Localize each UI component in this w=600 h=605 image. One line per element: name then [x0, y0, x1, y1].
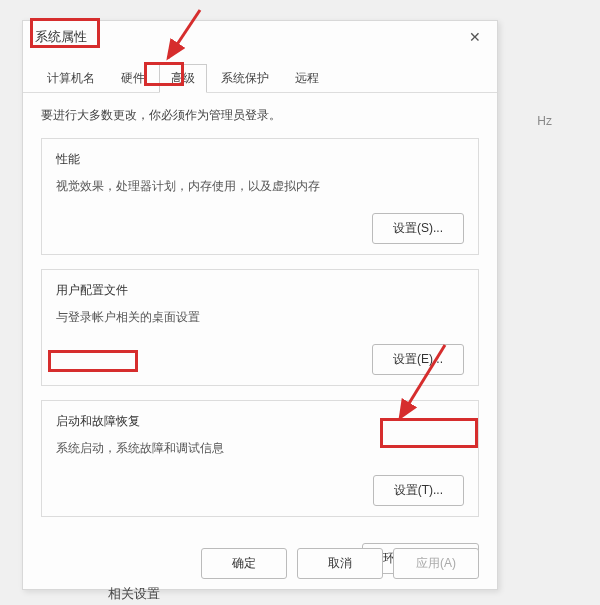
tab-advanced[interactable]: 高级: [159, 64, 207, 93]
dialog-title: 系统属性: [35, 28, 87, 46]
apply-button[interactable]: 应用(A): [393, 548, 479, 579]
admin-required-text: 要进行大多数更改，你必须作为管理员登录。: [41, 107, 479, 124]
ok-button[interactable]: 确定: [201, 548, 287, 579]
startup-recovery-settings-button[interactable]: 设置(T)...: [373, 475, 464, 506]
startup-recovery-section: 启动和故障恢复 系统启动，系统故障和调试信息 设置(T)...: [41, 400, 479, 517]
background-hz-text: Hz: [537, 114, 552, 128]
dialog-footer: 确定 取消 应用(A): [23, 548, 497, 579]
user-profile-settings-button[interactable]: 设置(E)...: [372, 344, 464, 375]
tab-hardware[interactable]: 硬件: [109, 64, 157, 93]
startup-recovery-title: 启动和故障恢复: [56, 413, 464, 430]
system-properties-dialog: 系统属性 ✕ 计算机名 硬件 高级 系统保护 远程 要进行大多数更改，你必须作为…: [22, 20, 498, 590]
close-icon: ✕: [469, 29, 481, 45]
tab-computer-name[interactable]: 计算机名: [35, 64, 107, 93]
title-bar: 系统属性 ✕: [23, 21, 497, 53]
user-profile-section: 用户配置文件 与登录帐户相关的桌面设置 设置(E)...: [41, 269, 479, 386]
performance-settings-button[interactable]: 设置(S)...: [372, 213, 464, 244]
tab-system-protection[interactable]: 系统保护: [209, 64, 281, 93]
performance-desc: 视觉效果，处理器计划，内存使用，以及虚拟内存: [56, 178, 464, 195]
performance-section: 性能 视觉效果，处理器计划，内存使用，以及虚拟内存 设置(S)...: [41, 138, 479, 255]
startup-recovery-desc: 系统启动，系统故障和调试信息: [56, 440, 464, 457]
performance-title: 性能: [56, 151, 464, 168]
related-settings-label: 相关设置: [108, 585, 160, 603]
tab-content: 要进行大多数更改，你必须作为管理员登录。 性能 视觉效果，处理器计划，内存使用，…: [23, 93, 497, 539]
tab-remote[interactable]: 远程: [283, 64, 331, 93]
user-profile-desc: 与登录帐户相关的桌面设置: [56, 309, 464, 326]
close-button[interactable]: ✕: [461, 23, 489, 51]
cancel-button[interactable]: 取消: [297, 548, 383, 579]
tab-strip: 计算机名 硬件 高级 系统保护 远程: [23, 63, 497, 93]
user-profile-title: 用户配置文件: [56, 282, 464, 299]
